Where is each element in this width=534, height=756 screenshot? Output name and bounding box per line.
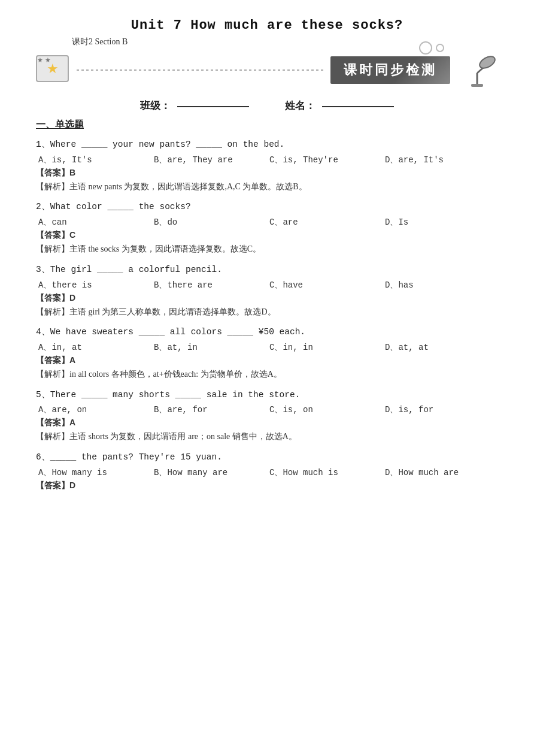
option-6-3: D、How much are (383, 467, 498, 478)
question-1: 1、Where _____ your new pants? _____ on t… (36, 137, 498, 193)
analysis-4: 【解析】in all colors 各种颜色，at+价钱each: 为货物单价，… (36, 367, 498, 382)
answer-1: 【答案】B (36, 168, 498, 179)
header-banner-row: ★ ★ ★ 课时同步检测 (36, 52, 498, 88)
form-row: 班级： 姓名： (36, 99, 498, 113)
option-5-2: C、is, on (267, 404, 383, 415)
question-text-4: 4、We have sweaters _____ all colors ____… (36, 325, 498, 340)
name-underline (322, 106, 394, 107)
answer-label-4: 【答案】A (36, 355, 75, 365)
question-text-6: 6、_____ the pants? They're 15 yuan. (36, 450, 498, 465)
star-decoration: ★ ★ (37, 56, 51, 64)
question-2: 2、What color _____ the socks?A、canB、doC、… (36, 199, 498, 256)
option-4-1: B、at, in (151, 342, 267, 353)
class-field: 班级： (140, 99, 249, 113)
circles-area (419, 41, 444, 55)
options-row-2: A、canB、doC、areD、Is (36, 217, 498, 228)
option-5-3: D、is, for (383, 404, 498, 415)
option-4-0: A、in, at (36, 342, 151, 353)
circle-small (436, 44, 444, 52)
lamp-icon (456, 52, 498, 88)
name-field: 姓名： (285, 99, 394, 113)
answer-label-5: 【答案】A (36, 418, 75, 427)
answer-2: 【答案】C (36, 230, 498, 241)
main-title: Unit 7 How much are these socks? (131, 18, 403, 33)
answer-4: 【答案】A (36, 355, 498, 366)
questions-container: 1、Where _____ your new pants? _____ on t… (36, 137, 498, 491)
svg-point-2 (478, 54, 497, 71)
banner-title: 课时同步检测 (330, 56, 450, 84)
answer-3: 【答案】D (36, 293, 498, 304)
question-text-2: 2、What color _____ the socks? (36, 199, 498, 214)
answer-label-1: 【答案】B (36, 168, 75, 177)
options-row-6: A、How many isB、How many areC、How much is… (36, 467, 498, 478)
question-6: 6、_____ the pants? They're 15 yuan.A、How… (36, 450, 498, 491)
option-3-0: A、there is (36, 280, 151, 291)
options-row-1: A、is, It'sB、are, They areC、is, They'reD、… (36, 155, 498, 165)
analysis-3: 【解析】主语 girl 为第三人称单数，因此谓语选择单数。故选D。 (36, 305, 498, 319)
question-text-3: 3、The girl _____ a colorful pencil. (36, 262, 498, 277)
analysis-1: 【解析】主语 new pants 为复数，因此谓语选择复数,A,C 为单数。故选… (36, 180, 498, 194)
option-4-2: C、in, in (267, 342, 383, 353)
question-text-1: 1、Where _____ your new pants? _____ on t… (36, 137, 498, 152)
class-label: 班级： (140, 100, 171, 111)
option-2-1: B、do (151, 217, 267, 228)
option-6-2: C、How much is (267, 467, 383, 478)
options-row-5: A、are, onB、are, forC、is, onD、is, for (36, 404, 498, 415)
name-label: 姓名： (285, 100, 315, 111)
option-1-1: B、are, They are (151, 155, 267, 165)
svg-rect-3 (471, 84, 483, 87)
answer-label-2: 【答案】C (36, 230, 75, 240)
answer-label-6: 【答案】D (36, 480, 75, 490)
answer-label-3: 【答案】D (36, 293, 75, 303)
options-row-3: A、there isB、there areC、haveD、has (36, 280, 498, 291)
option-1-0: A、is, It's (36, 155, 151, 165)
section1-title: 一、单选题 (36, 119, 498, 131)
question-4: 4、We have sweaters _____ all colors ____… (36, 325, 498, 381)
star-badge: ★ ★ ★ (36, 55, 72, 85)
analysis-2: 【解析】主语 the socks 为复数，因此谓语选择复数。故选C。 (36, 242, 498, 256)
option-5-1: B、are, for (151, 404, 267, 415)
option-5-0: A、are, on (36, 404, 151, 415)
question-5: 5、There _____ many shorts _____ sale in … (36, 388, 498, 444)
option-2-2: C、are (267, 217, 383, 228)
banner-line (77, 69, 326, 71)
option-6-0: A、How many is (36, 467, 151, 478)
option-3-3: D、has (383, 280, 498, 291)
answer-6: 【答案】D (36, 480, 498, 491)
analysis-5: 【解析】主语 shorts 为复数，因此谓语用 are；on sale 销售中，… (36, 430, 498, 444)
class-underline (177, 106, 249, 107)
question-3: 3、The girl _____ a colorful pencil.A、the… (36, 262, 498, 319)
sub-title: 课时2 Section B (72, 37, 128, 47)
option-2-3: D、Is (383, 217, 498, 228)
option-6-1: B、How many are (151, 467, 267, 478)
option-2-0: A、can (36, 217, 151, 228)
option-1-3: D、are, It's (383, 155, 498, 165)
options-row-4: A、in, atB、at, inC、in, inD、at, at (36, 342, 498, 353)
option-1-2: C、is, They're (267, 155, 383, 165)
option-3-1: B、there are (151, 280, 267, 291)
header: Unit 7 How much are these socks? 课时2 Sec… (36, 18, 498, 88)
question-text-5: 5、There _____ many shorts _____ sale in … (36, 388, 498, 403)
answer-5: 【答案】A (36, 418, 498, 428)
option-4-3: D、at, at (383, 342, 498, 353)
circle-big (419, 41, 432, 55)
option-3-2: C、have (267, 280, 383, 291)
